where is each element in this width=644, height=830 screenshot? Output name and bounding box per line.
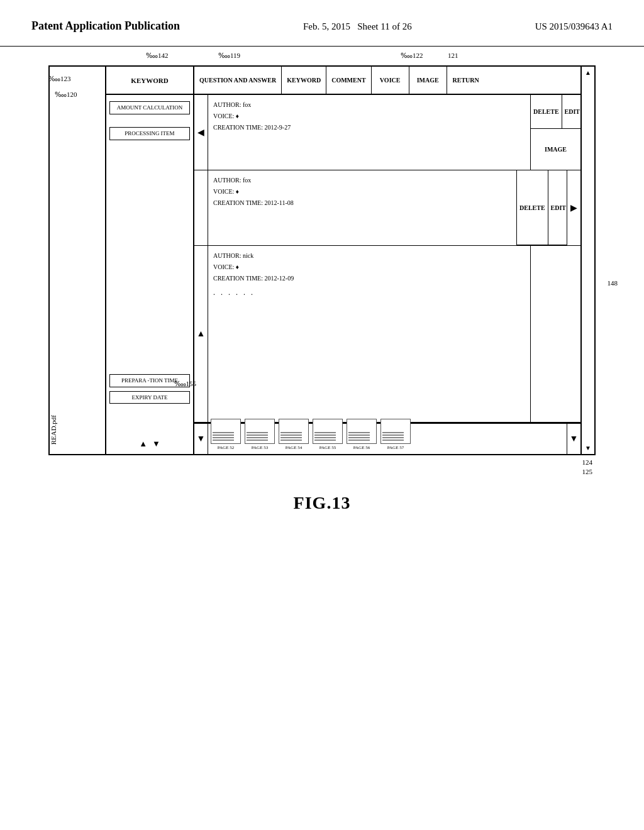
- line: [348, 434, 370, 436]
- entry-3-author: AUTHOR: nick: [213, 251, 525, 261]
- line: [280, 434, 302, 436]
- ref-148: 148: [608, 279, 618, 287]
- tab-question-answer[interactable]: QUESTION AND ANSWER: [194, 67, 282, 94]
- page-thumb-56[interactable]: [347, 419, 377, 444]
- page-nav-left[interactable]: ▼: [194, 424, 208, 454]
- entry-2-delete-btn[interactable]: DELETE: [517, 170, 548, 245]
- thumb-55-lines: [313, 431, 342, 443]
- entry-1-nav-left[interactable]: ◀: [194, 95, 208, 170]
- page-thumb-57[interactable]: [380, 419, 411, 444]
- mid-left-nav: ▲ ▼: [106, 439, 193, 449]
- expiry-item: EXPIRY DATE: [109, 391, 190, 404]
- thumb-54-lines: [279, 431, 308, 443]
- file-name-label: READ.pdf: [50, 415, 105, 445]
- ellipsis-dots: · · · · · ·: [213, 289, 525, 301]
- main-diagram-box: READ.pdf KEYWORD AMOUNT CALCULATION PROC…: [48, 65, 596, 455]
- entry-3-actions: [530, 246, 580, 422]
- entry-3-voice: VOICE: ♦: [213, 262, 525, 272]
- line: [314, 437, 336, 438]
- scroll-down-arrow[interactable]: ▼: [585, 445, 591, 451]
- line: [213, 440, 234, 441]
- main-content-panel: QUESTION AND ANSWER KEYWORD COMMENT VOIC…: [194, 67, 580, 454]
- page-header: Patent Application Publication Feb. 5, 2…: [0, 0, 644, 47]
- line: [247, 437, 268, 438]
- tab-image[interactable]: IMAGE: [409, 67, 447, 94]
- tab-return[interactable]: RETURN: [447, 67, 485, 94]
- line: [348, 440, 370, 441]
- ref-155: ‱155: [174, 380, 197, 388]
- entry-1-edit-btn[interactable]: EDIT: [562, 95, 582, 128]
- entry-2-nav-right[interactable]: ▶: [567, 170, 580, 245]
- up-arrow[interactable]: ▲: [139, 439, 147, 449]
- down-arrow[interactable]: ▼: [152, 439, 160, 449]
- entry-row-2: AUTHOR: fox VOICE: ♦ CREATION TIME: 2012…: [194, 170, 580, 246]
- entry-2-author: AUTHOR: fox: [213, 175, 511, 185]
- ref-119: ‱119: [218, 52, 240, 60]
- line: [314, 440, 336, 441]
- page-thumb-wrapper-57: PAGE 57: [380, 419, 411, 450]
- line: [382, 432, 404, 433]
- entry-1-creation: CREATION TIME: 2012-9-27: [213, 123, 525, 133]
- entry-2-edit-btn[interactable]: EDIT: [548, 170, 569, 245]
- entry-1-delete-btn[interactable]: DELETE: [531, 95, 562, 128]
- entry-1-action-pair: DELETE EDIT: [531, 95, 580, 129]
- ref-122: ‱122: [401, 52, 423, 60]
- processing-item: PROCESSING ITEM: [109, 127, 190, 140]
- page-thumb-54[interactable]: [279, 419, 309, 444]
- page-thumb-wrapper-53: PAGE 53: [245, 419, 275, 450]
- page-nav-right[interactable]: ▼: [567, 424, 580, 454]
- entry-2-actions: DELETE EDIT: [516, 170, 567, 245]
- page-52-label: PAGE 52: [218, 445, 234, 450]
- page-thumb-53[interactable]: [245, 419, 275, 444]
- page-56-label: PAGE 56: [353, 445, 370, 450]
- page-57-label: PAGE 57: [387, 445, 404, 450]
- entry-2-content: AUTHOR: fox VOICE: ♦ CREATION TIME: 2012…: [208, 170, 516, 245]
- line: [247, 434, 268, 436]
- thumb-52-lines: [211, 431, 240, 443]
- entry-2-creation: CREATION TIME: 2012-11-08: [213, 198, 511, 208]
- ref-125: 125: [582, 468, 593, 475]
- entry-3-nav-left[interactable]: ▲: [194, 246, 208, 422]
- page-54-label: PAGE 54: [286, 445, 302, 450]
- line: [247, 432, 268, 433]
- line: [213, 437, 234, 438]
- line: [213, 434, 234, 436]
- tab-voice[interactable]: VOICE: [372, 67, 409, 94]
- line: [280, 432, 302, 433]
- category-items: AMOUNT CALCULATION PROCESSING ITEM: [106, 95, 193, 152]
- page-thumb-52[interactable]: [211, 419, 241, 444]
- entry-1-voice: VOICE: ♦: [213, 111, 525, 121]
- line: [314, 432, 336, 433]
- diagram-area: 121 ‱122 ‱119 ‱123 ‱120 ‱142 READ.pdf: [0, 53, 644, 474]
- line: [213, 432, 234, 433]
- line: [382, 440, 404, 441]
- ref-124: 124: [582, 458, 593, 466]
- entry-1-content: AUTHOR: fox VOICE: ♦ CREATION TIME: 2012…: [208, 95, 530, 170]
- tab-comment[interactable]: COMMENT: [326, 67, 371, 94]
- scroll-up-arrow[interactable]: ▲: [585, 69, 591, 76]
- line: [348, 437, 370, 438]
- line: [314, 434, 336, 436]
- page-nav-bar: ▼: [194, 423, 580, 454]
- entry-2-voice: VOICE: ♦: [213, 187, 511, 197]
- figure-caption: FIG.13: [0, 493, 644, 513]
- category-panel: KEYWORD AMOUNT CALCULATION PROCESSING IT…: [106, 67, 194, 454]
- line: [247, 440, 268, 441]
- page-thumb-wrapper-55: PAGE 55: [313, 419, 343, 450]
- right-scrollbar: ▲ ▼: [580, 67, 594, 454]
- thumb-56-lines: [347, 431, 376, 443]
- patent-number: US 2015/039643 A1: [535, 19, 613, 32]
- tab-keyword[interactable]: KEYWORD: [282, 67, 326, 94]
- page-thumb-wrapper-56: PAGE 56: [347, 419, 377, 450]
- page-thumb-55[interactable]: [313, 419, 343, 444]
- line: [382, 437, 404, 438]
- publication-title: Patent Application Publication: [31, 19, 180, 33]
- entry-2-action-pair: DELETE EDIT: [517, 170, 567, 245]
- entry-1-image-btn[interactable]: IMAGE: [531, 129, 580, 170]
- entry-3-creation: CREATION TIME: 2012-12-09: [213, 274, 525, 284]
- line: [280, 437, 302, 438]
- thumb-53-lines: [245, 431, 274, 443]
- page-thumbnails: PAGE 52: [208, 416, 567, 453]
- line: [280, 440, 302, 441]
- line: [348, 432, 370, 433]
